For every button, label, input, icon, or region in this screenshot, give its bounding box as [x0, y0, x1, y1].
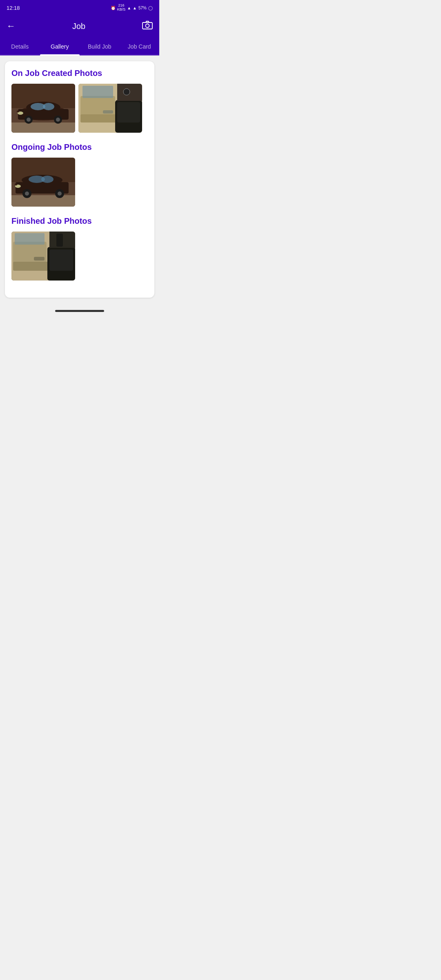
photo-ongoing-1[interactable] — [11, 158, 75, 207]
data-speed: 216KB/S — [117, 4, 126, 12]
alarm-icon: ⏰ — [111, 6, 116, 10]
status-bar: 12:18 ⏰ 216KB/S ▲ ▲ 57% ◯ — [0, 0, 159, 15]
page-title: Job — [72, 22, 85, 31]
section-on-job-created: On Job Created Photos — [11, 69, 148, 133]
svg-rect-48 — [56, 234, 63, 247]
svg-rect-23 — [117, 102, 140, 122]
svg-point-32 — [41, 176, 53, 183]
photo-grid-ongoing — [11, 158, 148, 207]
signal-icon: ▲ — [133, 6, 137, 10]
photo-created-1[interactable] — [11, 84, 75, 133]
svg-rect-19 — [103, 110, 113, 114]
section-title-created: On Job Created Photos — [11, 69, 148, 78]
svg-rect-42 — [15, 233, 45, 245]
svg-rect-4 — [11, 122, 75, 133]
svg-point-12 — [27, 118, 31, 122]
section-ongoing-job: Ongoing Job Photos — [11, 143, 148, 207]
section-finished-job: Finished Job Photos — [11, 216, 148, 281]
section-title-ongoing: Ongoing Job Photos — [11, 143, 148, 152]
status-icons: ⏰ 216KB/S ▲ ▲ 57% ◯ — [111, 4, 153, 12]
app-bar: ← Job — [0, 15, 159, 38]
svg-rect-44 — [13, 262, 49, 271]
home-indicator-area — [0, 303, 159, 318]
svg-point-25 — [123, 89, 130, 95]
tab-build-job[interactable]: Build Job — [80, 38, 120, 55]
svg-rect-43 — [34, 257, 45, 261]
gallery-card: On Job Created Photos — [5, 61, 154, 298]
camera-button[interactable] — [142, 20, 153, 32]
section-title-finished: Finished Job Photos — [11, 216, 148, 226]
photo-finished-1[interactable] — [11, 232, 75, 281]
status-time: 12:18 — [7, 5, 20, 11]
svg-point-37 — [58, 192, 62, 196]
svg-point-1 — [146, 24, 149, 28]
tab-job-card[interactable]: Job Card — [120, 38, 160, 55]
tabs-bar: Details Gallery Build Job Job Card — [0, 38, 159, 56]
svg-rect-38 — [15, 184, 17, 185]
tab-gallery[interactable]: Gallery — [40, 38, 80, 55]
photo-created-2[interactable] — [78, 84, 142, 133]
svg-point-9 — [43, 103, 54, 110]
svg-rect-28 — [11, 195, 75, 207]
battery-level: 57% — [138, 6, 147, 10]
tab-details[interactable]: Details — [0, 38, 40, 55]
svg-rect-15 — [17, 111, 19, 112]
svg-rect-0 — [143, 22, 152, 29]
content-area: On Job Created Photos — [0, 56, 159, 303]
photo-grid-created — [11, 84, 148, 133]
back-button[interactable]: ← — [7, 21, 16, 31]
wifi-icon: ▲ — [127, 6, 131, 10]
home-indicator — [55, 310, 104, 312]
svg-rect-21 — [82, 86, 113, 98]
photo-grid-finished — [11, 232, 148, 281]
svg-rect-20 — [80, 114, 117, 122]
svg-rect-46 — [49, 249, 73, 271]
battery-icon: ◯ — [148, 6, 153, 10]
svg-point-35 — [25, 192, 29, 196]
svg-point-14 — [56, 118, 60, 122]
